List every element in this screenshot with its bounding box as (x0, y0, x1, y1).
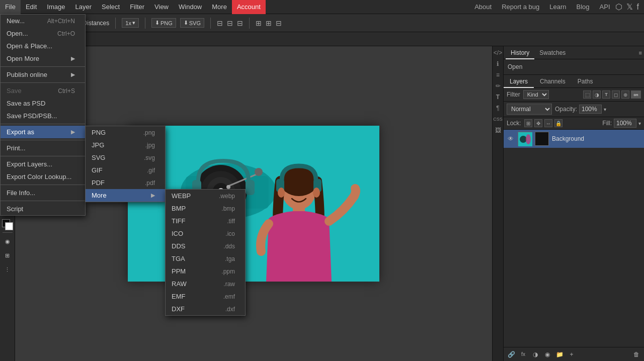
layer-style-icon[interactable]: fx (519, 350, 528, 359)
info-icon[interactable]: ℹ (494, 59, 503, 68)
link-layers-icon[interactable]: 🔗 (507, 350, 516, 359)
filter-shape-icon[interactable]: ◻ (612, 91, 620, 99)
export-dxf[interactable]: DXF .dxf (166, 303, 245, 315)
export-pdf[interactable]: PDF .pdf (86, 176, 165, 189)
export-ico[interactable]: ICO .ico (166, 227, 245, 240)
filter-text-icon[interactable]: T (602, 91, 610, 99)
align-left-icon[interactable]: ⊟ (217, 19, 223, 27)
layer-eye-icon[interactable]: 👁 (507, 135, 515, 143)
menu-account[interactable]: Account (232, 0, 266, 14)
export-jpg[interactable]: JPG .jpg (86, 139, 165, 151)
reddit-icon[interactable]: ⬡ (615, 2, 622, 12)
menu-blog[interactable]: Blog (572, 0, 595, 14)
menu-save-psd-psb[interactable]: Save PSD/PSB... (1, 110, 85, 122)
fill-arrow-icon[interactable]: ▾ (638, 121, 641, 126)
distribute-icon[interactable]: ⊟ (276, 19, 282, 27)
menu-view[interactable]: View (149, 0, 174, 14)
menu-open-place[interactable]: Open & Place... (1, 40, 85, 52)
text-side-icon[interactable]: T (494, 93, 503, 102)
tab-history[interactable]: History (506, 46, 534, 59)
distribute-v-icon[interactable]: ⊞ (266, 19, 272, 27)
lock-all-icon[interactable]: 🔒 (554, 119, 562, 127)
menu-image[interactable]: Image (42, 0, 70, 14)
fill-value[interactable]: 100% (614, 119, 636, 128)
layer-item-background[interactable]: 👁 Background (504, 130, 644, 148)
brush-side-icon[interactable]: ✏ (494, 81, 503, 91)
grid-tool-btn[interactable]: ⋮ (1, 263, 14, 276)
export-png-btn[interactable]: ⬇ PNG (151, 18, 176, 28)
mask-tool-btn[interactable]: ◉ (1, 235, 14, 248)
export-svg-btn[interactable]: ⬇ SVG (180, 18, 204, 28)
menu-export-as[interactable]: Export as ▶ PNG .png JPG .jpg SVG .svg G… (1, 126, 85, 138)
menu-select[interactable]: Select (97, 0, 125, 14)
image-side-icon[interactable]: 🖼 (494, 126, 503, 135)
menu-learn[interactable]: Learn (544, 0, 571, 14)
tab-paths[interactable]: Paths (572, 75, 599, 88)
align-center-icon[interactable]: ⊟ (227, 19, 233, 27)
facebook-icon[interactable]: f (637, 3, 639, 12)
export-png[interactable]: PNG .png (86, 126, 165, 139)
filter-smart-icon[interactable]: ⊕ (621, 91, 629, 99)
menu-script[interactable]: Script (1, 203, 85, 215)
export-tga[interactable]: TGA .tga (166, 252, 245, 265)
tab-channels[interactable]: Channels (534, 75, 572, 88)
menu-export-layers[interactable]: Export Layers... (1, 158, 85, 170)
zoom-level-btn[interactable]: 1x ▾ (122, 18, 139, 28)
menu-save-psd[interactable]: Save as PSD (1, 97, 85, 110)
lock-pixels-icon[interactable]: ⊞ (524, 119, 532, 127)
lock-move-icon[interactable]: ✥ (534, 119, 542, 127)
opacity-value[interactable]: 100% (579, 105, 602, 114)
color-swatch[interactable] (2, 219, 13, 230)
menu-publish-online[interactable]: Publish online ▶ (1, 68, 85, 81)
menu-report-bug[interactable]: Report a bug (497, 0, 544, 14)
menu-open[interactable]: Open... Ctrl+O (1, 27, 85, 40)
adjustment-layer-icon[interactable]: ◉ (543, 350, 552, 359)
code-icon[interactable]: </> (494, 48, 503, 57)
css-icon[interactable]: CSS (494, 115, 503, 124)
para-icon[interactable]: ¶ (494, 104, 503, 113)
export-more[interactable]: More ▶ WEBP .webp BMP .bmp TIFF .tiff (86, 189, 165, 202)
tab-swatches[interactable]: Swatches (534, 46, 571, 59)
twitter-icon[interactable]: 𝕏 (626, 2, 633, 12)
export-gif[interactable]: GIF .gif (86, 164, 165, 176)
menu-open-more[interactable]: Open More ▶ (1, 52, 85, 65)
menu-file[interactable]: File (0, 0, 21, 14)
menu-layer[interactable]: Layer (70, 0, 97, 14)
background-color[interactable] (5, 222, 13, 230)
distribute-h-icon[interactable]: ⊞ (256, 19, 262, 27)
export-svg[interactable]: SVG .svg (86, 151, 165, 164)
menu-export-color-lookup[interactable]: Export Color Lookup... (1, 170, 85, 183)
menu-print[interactable]: Print... (1, 142, 85, 154)
layers-icon[interactable]: ≡ (494, 70, 503, 79)
group-layers-icon[interactable]: 📁 (555, 350, 564, 359)
panel-tab-menu-icon[interactable]: ≡ (639, 50, 642, 56)
menu-filter[interactable]: Filter (125, 0, 149, 14)
align-right-icon[interactable]: ⊟ (237, 19, 243, 27)
lock-art-icon[interactable]: ↔ (544, 119, 552, 127)
filter-on-icon[interactable]: on (631, 91, 641, 99)
opacity-arrow-icon[interactable]: ▾ (604, 107, 606, 112)
frame-tool-btn[interactable]: ⊞ (1, 249, 14, 262)
export-webp[interactable]: WEBP .webp (166, 190, 245, 202)
menu-window[interactable]: Window (174, 0, 207, 14)
tab-layers[interactable]: Layers (504, 75, 534, 88)
filter-pixel-icon[interactable]: ⬚ (583, 91, 591, 99)
delete-layer-icon[interactable]: 🗑 (632, 350, 641, 359)
menu-new[interactable]: New... Alt+Ctrl+N (1, 15, 85, 27)
menu-api[interactable]: API (595, 0, 615, 14)
layer-mask-icon[interactable]: ◑ (531, 350, 540, 359)
export-bmp[interactable]: BMP .bmp (166, 202, 245, 215)
new-layer-icon[interactable]: + (567, 350, 576, 359)
filter-adj-icon[interactable]: ◑ (593, 91, 601, 99)
menu-about[interactable]: About (469, 0, 497, 14)
blend-mode-select[interactable]: Normal (507, 104, 552, 115)
export-tiff[interactable]: TIFF .tiff (166, 215, 245, 227)
menu-more[interactable]: More (207, 0, 232, 14)
history-open-item[interactable]: Open (508, 63, 522, 70)
export-raw[interactable]: RAW .raw (166, 278, 245, 290)
export-emf[interactable]: EMF .emf (166, 290, 245, 303)
export-ppm[interactable]: PPM .ppm (166, 265, 245, 278)
menu-edit[interactable]: Edit (21, 0, 42, 14)
filter-kind-select[interactable]: Kind (523, 90, 549, 99)
export-dds[interactable]: DDS .dds (166, 240, 245, 252)
